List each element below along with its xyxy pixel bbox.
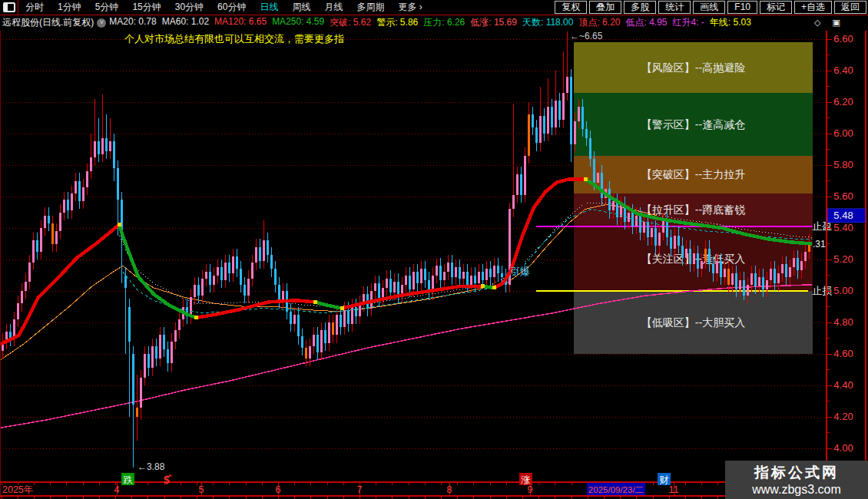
svg-text:涨: 涨 <box>521 474 531 485</box>
svg-text:个人对市场总结有限也可以互相交流，需要更多指: 个人对市场总结有限也可以互相交流，需要更多指 <box>124 33 344 45</box>
svg-text:9: 9 <box>528 484 533 495</box>
candlestick-chart-canvas[interactable]: 【风险区】--高抛避险【警示区】--逢高减仓【突破区】--主力拉升【拉升区】--… <box>0 31 868 499</box>
toolbar-button-7[interactable]: +自选 <box>794 1 832 14</box>
svg-text:【警示区】--逢高减仓: 【警示区】--逢高减仓 <box>641 118 745 131</box>
svg-text:5.40: 5.40 <box>833 222 853 233</box>
svg-text:6.00: 6.00 <box>833 127 853 139</box>
svg-text:8: 8 <box>447 484 452 495</box>
svg-text:【突破区】--主力拉升: 【突破区】--主力拉升 <box>641 168 745 180</box>
svg-text:【低吸区】--大胆买入: 【低吸区】--大胆买入 <box>641 316 745 329</box>
svg-text:$̂: $̂ <box>164 474 172 486</box>
svg-text:←~6.65: ←~6.65 <box>570 31 603 41</box>
toolbar-button-4[interactable]: 画线 <box>693 1 725 14</box>
stock-title[interactable]: 远程股份(日线.前复权) <box>2 16 94 29</box>
tab-period-9[interactable]: 多周期 <box>350 1 391 14</box>
tab-period-8[interactable]: 月线 <box>317 1 350 14</box>
svg-text:引爆: 引爆 <box>510 266 530 277</box>
chart-svg: 【风险区】--高抛避险【警示区】--逢高减仓【突破区】--主力拉升【拉升区】--… <box>0 31 868 499</box>
tab-period-1[interactable]: 1分钟 <box>51 1 88 14</box>
tab-period-10[interactable]: 更多 › <box>391 1 429 14</box>
window-icon <box>3 2 15 12</box>
window-button[interactable] <box>0 0 18 15</box>
toolbar-button-0[interactable]: 复权 <box>555 1 587 14</box>
svg-text:4.40: 4.40 <box>833 379 853 391</box>
tab-period-3[interactable]: 15分钟 <box>125 1 167 14</box>
svg-text:4.80: 4.80 <box>833 316 853 328</box>
period-nav: 分时1分钟5分钟15分钟30分钟60分钟日线周线月线多周期更多 › <box>18 1 429 14</box>
svg-text:跌: 跌 <box>124 474 133 485</box>
indicator-field-2: MA120: 6.65 <box>214 16 267 29</box>
svg-text:11: 11 <box>669 484 679 495</box>
svg-text:4.60: 4.60 <box>833 348 853 359</box>
watermark: 指标公式网 www.zbgs3.com <box>725 461 868 499</box>
toolbar-buttons: 复权叠加多股统计画线F10标记+自选返回 <box>552 1 868 14</box>
svg-text:6: 6 <box>276 484 281 495</box>
watermark-url: www.zbgs3.com <box>725 483 868 497</box>
svg-text:5: 5 <box>199 484 204 495</box>
indicator-field-3: MA250: 4.59 <box>272 16 324 29</box>
indicator-field-11: 红升4: - <box>673 16 704 29</box>
indicator-field-4: 突破: 5.62 <box>330 16 371 29</box>
svg-text:4.00: 4.00 <box>833 442 853 454</box>
indicator-field-9: 顶点: 6.20 <box>578 16 620 29</box>
toolbar-button-3[interactable]: 统计 <box>658 1 691 14</box>
svg-text:5.20: 5.20 <box>833 253 853 265</box>
toolbar-button-6[interactable]: 标记 <box>760 1 792 14</box>
svg-text:5.60: 5.60 <box>833 190 853 202</box>
tab-period-4[interactable]: 30分钟 <box>168 1 210 14</box>
indicator-field-7: 低涨: 15.69 <box>470 16 517 29</box>
indicator-field-8: 天数: 118.00 <box>522 16 573 29</box>
indicator-field-6: 压力: 6.26 <box>423 16 465 29</box>
watermark-site-name: 指标公式网 <box>725 463 868 483</box>
indicator-field-10: 低点: 4.95 <box>625 16 667 29</box>
tab-period-5[interactable]: 60分钟 <box>210 1 253 14</box>
top-menu-bar: 分时1分钟5分钟15分钟30分钟60分钟日线周线月线多周期更多 › 复权叠加多股… <box>0 0 868 15</box>
svg-text:5.80: 5.80 <box>833 159 853 170</box>
chevron-down-icon[interactable]: ˅ <box>97 18 106 28</box>
svg-text:财: 财 <box>660 474 669 485</box>
tab-period-0[interactable]: 分时 <box>18 1 51 14</box>
svg-text:4.20: 4.20 <box>833 411 853 422</box>
toolbar-button-8[interactable]: 返回 <box>834 1 866 14</box>
indicator-info-bar: 远程股份(日线.前复权) ˅ MA20: 0.78MA60: 1.02MA120… <box>0 15 868 30</box>
toolbar-button-1[interactable]: 叠加 <box>589 1 621 14</box>
svg-text:【拉升区】--蹲底蓄锐: 【拉升区】--蹲底蓄锐 <box>641 203 745 216</box>
svg-text:【风险区】--高抛避险: 【风险区】--高抛避险 <box>641 61 745 74</box>
tab-period-6[interactable]: 日线 <box>253 1 285 14</box>
svg-text:7: 7 <box>357 484 363 495</box>
tab-period-7[interactable]: 周线 <box>285 1 317 14</box>
indicator-field-5: 警示: 5.86 <box>376 16 418 29</box>
toolbar-button-5[interactable]: F10 <box>727 1 757 14</box>
svg-text:2025/09/23/二: 2025/09/23/二 <box>588 485 644 494</box>
svg-text:5.00: 5.00 <box>833 285 853 296</box>
toolbar-button-2[interactable]: 多股 <box>624 1 656 14</box>
corner-icons[interactable]: ◇ ▣ <box>814 18 845 28</box>
indicator-field-12: 年线: 5.03 <box>710 16 751 29</box>
svg-text:6.40: 6.40 <box>833 64 853 76</box>
svg-text:6.60: 6.60 <box>833 33 853 45</box>
svg-text:6.20: 6.20 <box>833 96 853 107</box>
indicator-field-0: MA20: 0.78 <box>109 16 156 29</box>
trading-app-window: 分时1分钟5分钟15分钟30分钟60分钟日线周线月线多周期更多 › 复权叠加多股… <box>0 0 868 499</box>
svg-text:2025年: 2025年 <box>2 484 33 495</box>
svg-text:5.48: 5.48 <box>833 210 853 221</box>
indicator-values: MA20: 0.78MA60: 1.02MA120: 6.65MA250: 4.… <box>109 16 757 29</box>
tab-period-2[interactable]: 5分钟 <box>88 1 126 14</box>
indicator-field-1: MA60: 1.02 <box>162 16 209 29</box>
svg-text:←3.88: ←3.88 <box>137 461 165 472</box>
svg-text:.31: .31 <box>813 239 826 250</box>
svg-text:4: 4 <box>114 484 120 495</box>
